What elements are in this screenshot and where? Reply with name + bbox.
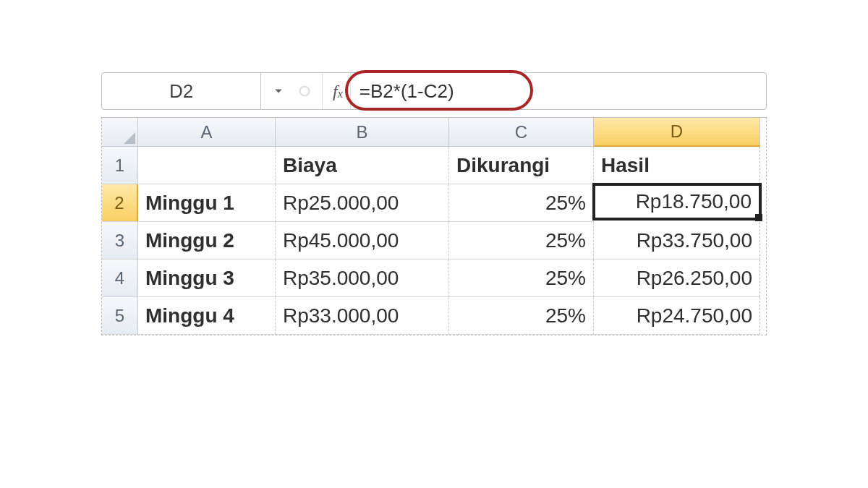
formula-input[interactable]: =B2*(1-C2) — [351, 73, 766, 109]
formula-text: =B2*(1-C2) — [359, 80, 454, 103]
name-box-dropdown-icon[interactable] — [268, 81, 289, 101]
cancel-icon[interactable] — [294, 81, 315, 101]
cell-D1[interactable]: Hasil — [594, 147, 760, 184]
row-header-2[interactable]: 2 — [102, 184, 138, 222]
row-header-1[interactable]: 1 — [102, 147, 138, 184]
col-header-A[interactable]: A — [138, 118, 276, 147]
formula-bar-buttons — [261, 73, 323, 109]
cell-B5[interactable]: Rp33.000,00 — [276, 297, 449, 335]
spreadsheet-grid[interactable]: A B C D 1 Biaya Dikurangi Hasil 2 Minggu… — [101, 117, 767, 335]
select-all-corner[interactable] — [102, 118, 138, 147]
col-header-D[interactable]: D — [594, 118, 760, 147]
cell-D2[interactable]: Rp18.750,00 — [592, 183, 762, 221]
cell-D5[interactable]: Rp24.750,00 — [594, 297, 760, 335]
cell-B3[interactable]: Rp45.000,00 — [276, 222, 449, 260]
fx-sub: x — [338, 87, 343, 100]
col-header-C[interactable]: C — [449, 118, 594, 147]
cell-A1[interactable] — [138, 147, 276, 184]
name-box-value: D2 — [169, 80, 193, 103]
cell-A3[interactable]: Minggu 2 — [138, 222, 276, 260]
row-header-5[interactable]: 5 — [102, 297, 138, 335]
cell-C2[interactable]: 25% — [449, 184, 594, 222]
cell-B1[interactable]: Biaya — [276, 147, 449, 184]
svg-point-0 — [300, 87, 310, 96]
cell-C1[interactable]: Dikurangi — [449, 147, 594, 184]
cell-C3[interactable]: 25% — [449, 222, 594, 260]
cell-D3[interactable]: Rp33.750,00 — [594, 222, 760, 260]
cell-A4[interactable]: Minggu 3 — [138, 260, 276, 297]
cell-D4[interactable]: Rp26.250,00 — [594, 260, 760, 297]
cell-C4[interactable]: 25% — [449, 260, 594, 297]
cell-A2[interactable]: Minggu 1 — [138, 184, 276, 222]
row-header-4[interactable]: 4 — [102, 260, 138, 297]
name-box[interactable]: D2 — [102, 73, 261, 109]
fx-label[interactable]: fx — [323, 73, 351, 109]
cell-B4[interactable]: Rp35.000,00 — [276, 260, 449, 297]
formula-bar: D2 fx =B2*(1-C2) — [101, 72, 767, 110]
row-header-3[interactable]: 3 — [102, 222, 138, 260]
col-header-B[interactable]: B — [276, 118, 449, 147]
cell-B2[interactable]: Rp25.000,00 — [276, 184, 449, 222]
cell-A5[interactable]: Minggu 4 — [138, 297, 276, 335]
fx-prefix: f — [333, 82, 338, 101]
cell-C5[interactable]: 25% — [449, 297, 594, 335]
